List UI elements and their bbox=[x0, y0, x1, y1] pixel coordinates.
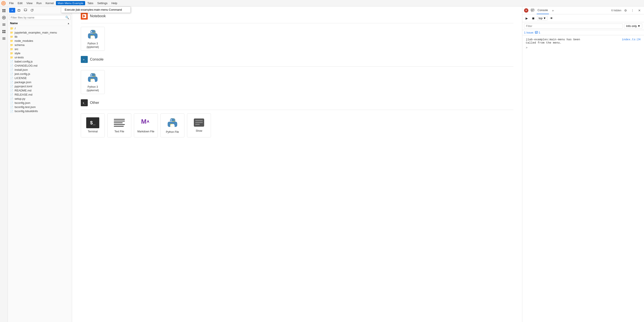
list-item[interactable]: 📄 README.md bbox=[8, 88, 72, 92]
list-item[interactable]: 📄 tsconfig.test.json bbox=[8, 105, 72, 109]
svg-rect-19 bbox=[18, 11, 20, 12]
terminal-label: Terminal bbox=[88, 130, 98, 134]
app-layout: + + bbox=[0, 6, 644, 322]
list-item[interactable]: 📄 setup.py bbox=[8, 97, 72, 101]
run-button[interactable]: ▶ bbox=[524, 16, 529, 21]
prompt-symbol: > bbox=[526, 46, 528, 50]
svg-rect-41 bbox=[195, 124, 200, 125]
markdown-card[interactable]: M Markdown File bbox=[134, 114, 158, 138]
python-file-card[interactable]: Python File bbox=[160, 114, 184, 138]
svg-text:$_: $_ bbox=[83, 102, 86, 104]
svg-rect-39 bbox=[195, 120, 203, 121]
menu-help[interactable]: Help bbox=[110, 1, 119, 5]
folder-icon: 📁 bbox=[10, 35, 13, 38]
console-section-icon: >_ bbox=[81, 56, 88, 63]
plus-icon: + bbox=[11, 8, 13, 12]
notebook-python3-label: Python 3(ipykernel) bbox=[87, 42, 99, 49]
console-message: jlab-examples:main-menu has beencalled f… bbox=[526, 38, 580, 44]
folder-icon: 📁 bbox=[10, 31, 13, 34]
info-only-label: Info only bbox=[626, 24, 637, 28]
filter-input[interactable] bbox=[524, 24, 623, 28]
folder-icon: 📁 bbox=[10, 27, 14, 30]
js-file-icon: 📄 bbox=[10, 72, 13, 76]
upload-files-button[interactable] bbox=[23, 8, 28, 13]
json-file-icon: 📄 bbox=[10, 81, 13, 84]
upload-button[interactable] bbox=[16, 8, 22, 13]
console-python3-card[interactable]: Python 3(ipykernel) bbox=[81, 70, 105, 94]
list-item[interactable]: 📁 node_modules bbox=[8, 39, 72, 43]
top-selector[interactable]: top ▼ bbox=[537, 16, 548, 20]
console-tab[interactable]: Console bbox=[537, 6, 549, 14]
textfile-card[interactable]: Text File bbox=[107, 114, 131, 138]
menu-view[interactable]: View bbox=[24, 1, 34, 5]
list-item[interactable]: 📄 tsconfig.json bbox=[8, 101, 72, 105]
svg-rect-47 bbox=[536, 32, 537, 33]
dropdown-item-execute[interactable]: Execute jlab-examples:main-menu Command bbox=[61, 7, 130, 13]
panel-expand-button[interactable]: » bbox=[550, 8, 556, 13]
list-item[interactable]: 📁 src bbox=[8, 47, 72, 51]
menu-main-menu-example[interactable]: Main Menu Example bbox=[56, 1, 85, 5]
list-item[interactable]: 📁 ui-tests bbox=[8, 55, 72, 60]
svg-rect-15 bbox=[4, 32, 6, 33]
json-file-icon: 📄 bbox=[10, 106, 13, 109]
panel-more-button[interactable]: ⋮ bbox=[630, 8, 635, 13]
list-item[interactable]: 📄 LICENSE bbox=[8, 76, 72, 80]
sidebar-running-btn[interactable] bbox=[1, 14, 7, 21]
list-item[interactable]: 📄 package.json bbox=[8, 80, 72, 84]
list-item[interactable]: 📁 schema bbox=[8, 43, 72, 47]
textfile-icon bbox=[114, 117, 125, 128]
svg-rect-40 bbox=[195, 122, 203, 123]
menu-run[interactable]: Run bbox=[34, 1, 43, 5]
svg-rect-44 bbox=[532, 10, 533, 11]
list-item[interactable]: 📄 install.json bbox=[8, 68, 72, 72]
file-panel: + + bbox=[8, 6, 72, 322]
svg-rect-18 bbox=[2, 39, 6, 40]
svg-rect-11 bbox=[2, 25, 6, 26]
sidebar-menu-btn[interactable] bbox=[1, 35, 7, 42]
svg-rect-16 bbox=[2, 38, 6, 38]
other-cards: $_ Terminal Text File bbox=[81, 114, 513, 138]
file-item-root[interactable]: 📁 / bbox=[8, 26, 72, 30]
console-prompt[interactable]: > bbox=[526, 46, 640, 50]
menu-edit[interactable]: Edit bbox=[16, 1, 24, 5]
svg-point-30 bbox=[91, 74, 92, 75]
list-item[interactable]: 📁 lib bbox=[8, 34, 72, 39]
stop-button[interactable]: ⏹ bbox=[530, 16, 536, 21]
list-item[interactable]: 📁 jupyterlab_examples_main_menu bbox=[8, 30, 72, 34]
menu-kernel[interactable]: Kernel bbox=[44, 1, 56, 5]
sort-icon[interactable]: ▲ bbox=[67, 22, 70, 24]
menu-file[interactable]: File bbox=[8, 1, 16, 5]
search-input[interactable] bbox=[11, 16, 65, 19]
eye-button[interactable]: 👁 bbox=[549, 16, 554, 21]
svg-rect-20 bbox=[18, 9, 18, 11]
dropdown-menu: Execute jlab-examples:main-menu Command bbox=[61, 6, 131, 13]
refresh-button[interactable] bbox=[29, 8, 35, 13]
svg-point-37 bbox=[173, 124, 174, 126]
panel-close-button[interactable]: ✕ bbox=[524, 8, 528, 13]
svg-point-26 bbox=[91, 31, 92, 32]
list-item[interactable]: 📄 RELEASE.md bbox=[8, 92, 72, 97]
console-link[interactable]: index.ts:24 bbox=[622, 38, 640, 44]
list-item[interactable]: 📄 tsconfig.tsbuildinfo bbox=[8, 109, 72, 113]
info-only-button[interactable]: Info only ▼ bbox=[624, 24, 642, 28]
sidebar-files-btn[interactable] bbox=[1, 8, 7, 14]
menu-tabs[interactable]: Tabs bbox=[86, 1, 95, 5]
terminal-card[interactable]: $_ Terminal bbox=[81, 114, 105, 138]
list-item[interactable]: 📁 style bbox=[8, 51, 72, 55]
show-card[interactable]: Show bbox=[187, 114, 211, 138]
new-file-button[interactable]: + + bbox=[9, 8, 15, 13]
launcher-area: Notebook Python 3(ipykernel) bbox=[72, 6, 522, 322]
panel-chat-button[interactable] bbox=[530, 8, 535, 13]
sidebar-extension-btn[interactable] bbox=[1, 28, 7, 35]
list-item[interactable]: 📄 jest.config.js bbox=[8, 72, 72, 76]
panel-close-x-button[interactable]: ✕ bbox=[636, 8, 642, 13]
list-item[interactable]: 📄 CHANGELOG.md bbox=[8, 64, 72, 68]
sidebar-commands-btn[interactable] bbox=[1, 21, 7, 28]
list-item[interactable]: 📄 babel.config.js bbox=[8, 60, 72, 64]
menu-settings[interactable]: Settings bbox=[96, 1, 109, 5]
panel-settings-button[interactable]: ⚙ bbox=[623, 8, 628, 13]
terminal-icon: $_ bbox=[86, 117, 99, 128]
notebook-python3-card[interactable]: Python 3(ipykernel) bbox=[81, 27, 105, 51]
list-item[interactable]: 📄 pyproject.toml bbox=[8, 84, 72, 88]
file-list-header: Name ▲ bbox=[8, 21, 72, 26]
